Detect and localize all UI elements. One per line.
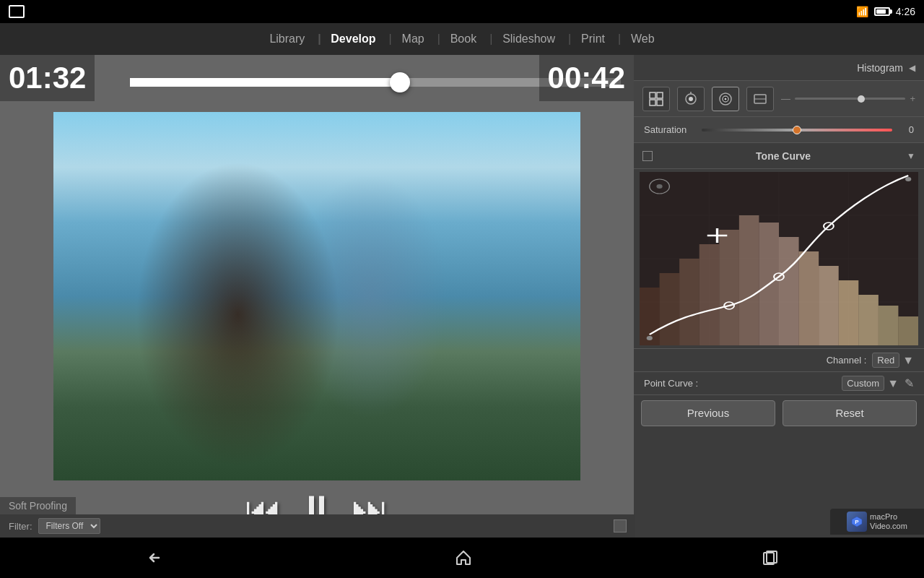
svg-rect-0 xyxy=(650,92,655,98)
point-curve-select[interactable]: Custom xyxy=(842,376,884,391)
status-left xyxy=(9,5,25,18)
svg-point-40 xyxy=(647,336,653,340)
macpro-logo-icon: P xyxy=(847,512,867,532)
point-curve-label: Point Curve : xyxy=(644,378,842,389)
svg-rect-27 xyxy=(799,251,819,345)
android-nav xyxy=(0,538,924,578)
back-button[interactable] xyxy=(144,549,166,566)
saturation-thumb[interactable] xyxy=(793,126,801,134)
svg-point-41 xyxy=(905,177,911,181)
photo-container xyxy=(53,112,580,480)
svg-rect-20 xyxy=(660,273,680,345)
tone-curve-header: Tone Curve ▼ xyxy=(634,143,924,169)
main-content: ⏮ ⏸ ⏭ xyxy=(0,55,634,538)
right-panel: Histogram ◀ xyxy=(634,55,924,538)
svg-point-9 xyxy=(725,98,727,100)
svg-rect-3 xyxy=(657,100,663,105)
nav-develop[interactable]: Develop xyxy=(318,23,388,55)
saturation-slider[interactable] xyxy=(702,129,892,131)
svg-rect-21 xyxy=(679,259,699,345)
svg-rect-32 xyxy=(898,316,918,345)
progress-fill xyxy=(130,78,400,87)
svg-rect-29 xyxy=(839,280,859,345)
point-curve-dropdown-icon[interactable]: ▼ xyxy=(887,377,899,390)
plus-icon: + xyxy=(910,93,915,104)
wifi-icon: 📶 xyxy=(856,6,868,17)
svg-rect-2 xyxy=(650,100,655,105)
progress-thumb[interactable] xyxy=(390,72,410,92)
filter-icon[interactable] xyxy=(614,519,627,532)
svg-text:P: P xyxy=(855,519,859,525)
screenshot-icon xyxy=(9,5,25,18)
tool-target[interactable] xyxy=(712,87,739,111)
svg-rect-30 xyxy=(858,295,879,345)
macpro-logo-text: macPro Video.com xyxy=(870,512,907,531)
nav-book[interactable]: Book xyxy=(437,23,489,55)
channel-dropdown-icon[interactable]: ▼ xyxy=(902,354,914,367)
slider-knob[interactable] xyxy=(858,95,865,103)
tone-curve-graph[interactable] xyxy=(640,172,918,345)
pencil-icon[interactable]: ✎ xyxy=(905,376,914,390)
clock: 4:26 xyxy=(896,6,915,17)
channel-row: Channel : Red ▼ xyxy=(634,348,924,371)
photo-image xyxy=(53,112,580,480)
filter-label: Filter: xyxy=(9,521,32,532)
tone-curve-checkbox[interactable] xyxy=(642,151,653,161)
svg-point-39 xyxy=(656,184,662,189)
battery-icon xyxy=(874,7,890,16)
home-button[interactable] xyxy=(454,548,473,567)
svg-rect-24 xyxy=(739,215,759,345)
recents-button[interactable] xyxy=(761,548,780,567)
nav-library[interactable]: Library xyxy=(256,23,318,55)
tone-curve-arrow[interactable]: ▼ xyxy=(907,151,915,161)
histogram-label: Histogram xyxy=(857,62,903,74)
time-right: 00:42 xyxy=(539,55,634,101)
nav-web[interactable]: Web xyxy=(618,23,668,55)
video-area: ⏮ ⏸ ⏭ xyxy=(0,55,634,538)
minus-icon: — xyxy=(781,93,790,104)
status-right: 📶 4:26 xyxy=(856,6,915,17)
svg-rect-23 xyxy=(719,230,739,345)
tone-curve-label: Tone Curve xyxy=(660,150,907,162)
saturation-value: 0 xyxy=(899,124,914,135)
svg-rect-1 xyxy=(657,92,663,98)
svg-point-5 xyxy=(689,97,693,101)
tool-grid[interactable] xyxy=(642,87,670,111)
time-left: 01:32 xyxy=(0,55,95,101)
filter-bar: Filter: Filters Off xyxy=(0,514,635,538)
tool-rectangle[interactable] xyxy=(746,87,774,111)
svg-rect-31 xyxy=(879,306,899,345)
nav-slideshow[interactable]: Slideshow xyxy=(489,23,568,55)
action-buttons: Previous Reset xyxy=(634,394,924,431)
svg-rect-28 xyxy=(819,266,839,345)
channel-select[interactable]: Red xyxy=(872,353,899,368)
reset-button[interactable]: Reset xyxy=(783,400,917,426)
tool-circle[interactable] xyxy=(677,87,705,111)
nav-bar: Library Develop Map Book Slideshow Print… xyxy=(0,23,924,55)
svg-rect-22 xyxy=(699,244,720,345)
saturation-label: Saturation xyxy=(644,124,694,135)
status-bar: 📶 4:26 xyxy=(0,0,924,23)
filter-select[interactable]: Filters Off xyxy=(38,518,100,534)
tone-curve-svg xyxy=(640,172,918,345)
tool-icons: — + xyxy=(634,81,924,117)
histogram-header: Histogram ◀ xyxy=(634,55,924,81)
saturation-row: Saturation 0 xyxy=(634,117,924,143)
previous-button[interactable]: Previous xyxy=(641,400,775,426)
nav-map[interactable]: Map xyxy=(389,23,437,55)
photo-overlay xyxy=(53,112,580,480)
nav-print[interactable]: Print xyxy=(568,23,618,55)
point-curve-row: Point Curve : Custom ▼ ✎ xyxy=(634,371,924,394)
tool-slider: — + xyxy=(781,93,915,104)
slider-track[interactable] xyxy=(795,98,905,100)
soft-proofing-label: Soft Proofing xyxy=(0,497,76,514)
channel-label: Channel : xyxy=(644,355,872,366)
histogram-arrow[interactable]: ◀ xyxy=(909,63,915,73)
macpro-logo[interactable]: P macPro Video.com xyxy=(830,509,924,535)
svg-rect-26 xyxy=(779,237,799,345)
